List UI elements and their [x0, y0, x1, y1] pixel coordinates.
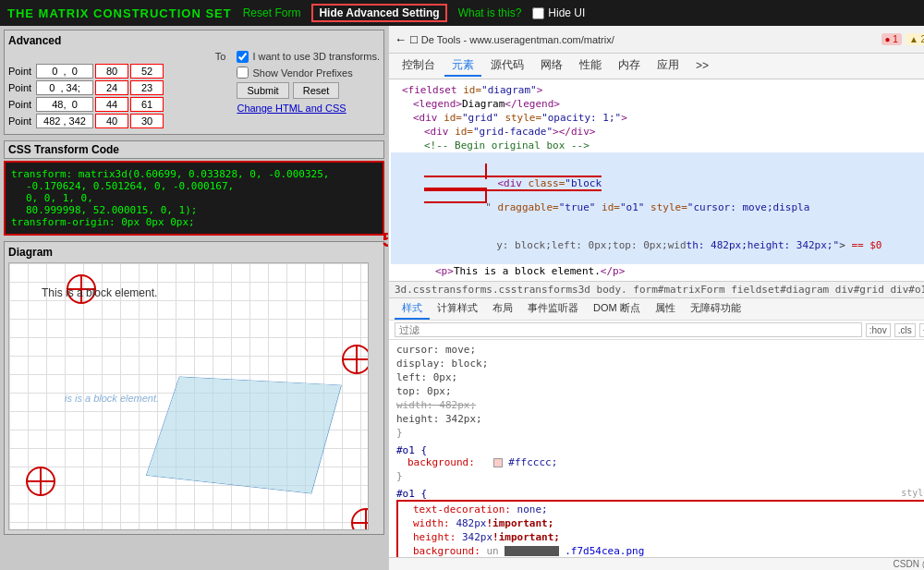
- css-transform-code: transform: matrix3d(0.60699, 0.033828, 0…: [4, 161, 384, 236]
- devtools-tab-console[interactable]: 控制台: [395, 55, 443, 77]
- vendor-prefix-checkbox[interactable]: [237, 67, 249, 79]
- point-from-3[interactable]: [36, 114, 93, 128]
- diagram-title: Diagram: [8, 246, 380, 259]
- label-5: 5: [383, 228, 388, 252]
- advanced-title: Advanced: [8, 34, 380, 47]
- hide-ui-label[interactable]: Hide UI: [532, 6, 585, 19]
- filter-hov[interactable]: :hov: [866, 323, 891, 337]
- filter-plus[interactable]: +: [919, 323, 924, 337]
- top-bar: THE MATRIX CONSTRUCTION SET Reset Form H…: [0, 0, 924, 26]
- devtools-url: De Tools - www.useragentman.com/matrix/: [421, 34, 878, 45]
- devtools-titlebar: ← □ De Tools - www.useragentman.com/matr…: [389, 26, 924, 54]
- html-line-legend: <legend>Diagram</legend>: [391, 97, 924, 111]
- 3d-transforms-checkbox[interactable]: [237, 51, 249, 63]
- point-row-1: Point: [8, 80, 229, 95]
- devtools-tab-memory[interactable]: 内存: [611, 55, 648, 77]
- to-header: To: [8, 51, 229, 62]
- handle-bottom-right[interactable]: [351, 508, 369, 530]
- devtools-tab-elements[interactable]: 元素: [444, 55, 481, 77]
- point-row-3: Point: [8, 114, 229, 128]
- tab-properties[interactable]: 属性: [648, 298, 683, 320]
- devtools-panel: ← □ De Tools - www.useragentman.com/matr…: [388, 26, 924, 570]
- point-to-3a[interactable]: [95, 114, 128, 128]
- left-panel: Advanced To Point Point: [0, 26, 388, 570]
- change-html-link[interactable]: Change HTML and CSS: [237, 103, 380, 114]
- html-line-grid: <div id="grid" style="opacity: 1;">: [391, 111, 924, 125]
- style-rule-o1-second: #o1 { style.css:93 text-decoration: none…: [396, 488, 924, 557]
- html-line-comment: <!-- Begin original box -->: [391, 139, 924, 152]
- 3d-transforms-label[interactable]: I want to use 3D transforms.: [237, 51, 380, 63]
- point-label-2: Point: [8, 99, 34, 110]
- source-stylecss: style.css:93: [901, 488, 924, 498]
- style-rule-inline: cursor: move; display: block; left: 0px;…: [396, 344, 924, 439]
- reset-form-button[interactable]: Reset Form: [243, 6, 301, 19]
- diagram-section: Diagram This is a block element. is is a…: [4, 241, 384, 535]
- point-to-2a[interactable]: [95, 97, 128, 112]
- point-label-0: Point: [8, 66, 34, 77]
- breadcrumb: 3d.csstransforms.csstransforms3d body. f…: [389, 281, 924, 298]
- point-from-0[interactable]: [36, 64, 93, 79]
- point-to-1a[interactable]: [95, 80, 128, 95]
- point-to-1b[interactable]: [130, 80, 164, 95]
- style-rule-o1-first: #o1 { <style> background: #ffcccc; }: [396, 444, 924, 482]
- advanced-section: Advanced To Point Point: [4, 30, 384, 135]
- html-line-block2: y: block;left: 0px;top: 0px;width: 482px…: [391, 226, 924, 264]
- tab-accessibility[interactable]: 无障碍功能: [683, 298, 748, 320]
- color-swatch-ffcccc[interactable]: [493, 458, 503, 467]
- handle-bottom-left[interactable]: [26, 467, 55, 496]
- devtools-tabs: 控制台 元素 源代码 网络 性能 内存 应用 >>: [389, 54, 924, 79]
- html-line-gridfacade: <div id="grid-facade"></div>: [391, 125, 924, 139]
- what-is-this-button[interactable]: What is this?: [458, 6, 522, 19]
- handle-top-right[interactable]: [342, 345, 369, 374]
- point-to-3b[interactable]: [130, 114, 164, 128]
- devtools-tab-network[interactable]: 网络: [533, 55, 570, 77]
- submit-button[interactable]: Submit: [237, 82, 288, 99]
- tab-dom-breakpoints[interactable]: DOM 断点: [586, 298, 648, 320]
- point-to-0b[interactable]: [130, 64, 164, 79]
- point-to-0a[interactable]: [95, 64, 128, 79]
- reset-button[interactable]: Reset: [293, 82, 340, 99]
- hide-ui-checkbox[interactable]: [532, 7, 544, 19]
- devtools-tab-performance[interactable]: 性能: [572, 55, 609, 77]
- devtools-tab-application[interactable]: 应用: [650, 55, 687, 77]
- tab-styles[interactable]: 样式: [395, 298, 430, 320]
- tab-layout[interactable]: 布局: [485, 298, 520, 320]
- css-transform-section: CSS Transform Code transform: matrix3d(0…: [4, 140, 384, 236]
- css-transform-title: CSS Transform Code: [4, 140, 384, 159]
- devtools-back-icon[interactable]: ←: [395, 32, 407, 46]
- filter-input[interactable]: [395, 322, 862, 337]
- vendor-prefix-label[interactable]: Show Vendor Prefixes: [237, 67, 380, 79]
- app-title: THE MATRIX CONSTRUCTION SET: [7, 6, 232, 20]
- filter-bar: :hov .cls + ⊞ ◫: [389, 321, 924, 340]
- html-line-fieldset: <fieldset id="diagram">: [391, 83, 924, 97]
- styles-content: cursor: move; display: block; left: 0px;…: [389, 340, 924, 557]
- devtools-tab-sources[interactable]: 源代码: [483, 55, 531, 77]
- styles-section: 样式 计算样式 布局 事件监听器 DOM 断点 属性 无障碍功能 :hov .c…: [389, 298, 924, 557]
- devtools-badge2: ▲ 2: [906, 33, 924, 45]
- point-label-3: Point: [8, 115, 34, 127]
- block-text-label: This is a block element.: [42, 286, 157, 299]
- hide-advanced-button[interactable]: Hide Advanced Setting: [311, 4, 446, 22]
- html-panel: <fieldset id="diagram"> <legend>Diagram<…: [389, 79, 924, 281]
- filter-cls[interactable]: .cls: [894, 323, 916, 337]
- point-from-1[interactable]: [36, 80, 93, 95]
- point-row-0: Point: [8, 64, 229, 79]
- form-buttons: Submit Reset: [237, 82, 380, 99]
- block-element[interactable]: [146, 377, 342, 494]
- tab-event-listeners[interactable]: 事件监听器: [520, 298, 586, 320]
- point-row-2: Point: [8, 97, 229, 112]
- devtools-tab-icon[interactable]: □: [410, 32, 418, 46]
- diagram-canvas: This is a block element. is is a block e…: [8, 262, 369, 530]
- point-from-2[interactable]: [36, 97, 93, 112]
- bottom-bar: CSDN @Moment_: [389, 557, 924, 570]
- html-line-p: <p>This is a block element.</p>: [391, 264, 924, 278]
- devtools-badge1: ● 1: [881, 33, 902, 45]
- tab-computed[interactable]: 计算样式: [430, 298, 485, 320]
- block-text-label2: is is a block element.: [65, 393, 159, 404]
- styles-tabs-bar: 样式 计算样式 布局 事件监听器 DOM 断点 属性 无障碍功能: [389, 298, 924, 321]
- html-line-block[interactable]: <div class="block " draggable="true" id=…: [391, 152, 924, 226]
- devtools-tab-more[interactable]: >>: [688, 57, 716, 76]
- point-label-1: Point: [8, 82, 34, 93]
- important-rule-box: text-decoration: none; width: 482px!impo…: [396, 500, 924, 557]
- point-to-2b[interactable]: [130, 97, 164, 112]
